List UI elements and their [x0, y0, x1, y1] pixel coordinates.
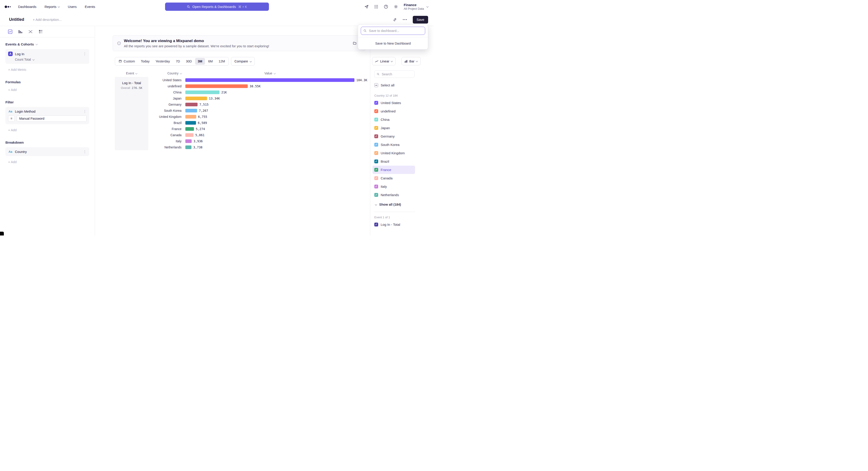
event-filter-item[interactable]: Log In - Total [373, 220, 415, 229]
apps-grid-icon[interactable] [374, 5, 378, 8]
kebab-menu-icon[interactable]: ⋮ [83, 110, 87, 113]
country-checkbox[interactable] [374, 118, 378, 121]
save-to-new-dashboard-option[interactable]: Save to New Dashboard [358, 37, 428, 49]
chevron-down-icon [250, 60, 252, 62]
flows-tab-icon[interactable] [28, 29, 33, 34]
value-column-header[interactable]: Value [185, 71, 354, 75]
date-range-button[interactable]: 30D [183, 58, 195, 65]
value-bar[interactable] [185, 78, 354, 82]
nav-item[interactable]: Users [68, 5, 76, 8]
value-bar[interactable] [185, 103, 197, 106]
events-cohorts-section-title[interactable]: Events & Cohorts [5, 42, 89, 46]
select-all-row[interactable]: Select all [373, 81, 415, 89]
legend-filter-panel: Select all Country 12 of 184 United Stat… [374, 70, 418, 229]
add-breakdown-button[interactable]: + Add [8, 160, 17, 164]
dashboard-search-box[interactable] [361, 27, 425, 35]
mixpanel-logo[interactable] [4, 5, 11, 9]
value-bar[interactable] [185, 121, 196, 125]
country-filter-item[interactable]: Germany [373, 132, 415, 141]
legend-search-input[interactable] [381, 72, 412, 76]
breakdown-property-name[interactable]: Country [15, 150, 27, 154]
country-filter-item[interactable]: South Korea [373, 141, 415, 149]
filter-card[interactable]: Aa Login Method ⋮ = [5, 107, 89, 124]
insights-tab-icon[interactable] [8, 29, 12, 34]
value-bar[interactable] [185, 84, 248, 88]
date-range-button[interactable]: Custom [116, 58, 138, 65]
nav-item[interactable]: Dashboards [18, 5, 36, 8]
country-checkbox[interactable] [374, 101, 378, 105]
line-mode-selector[interactable]: Linear [372, 57, 396, 65]
copy-link-icon[interactable] [393, 18, 397, 22]
country-filter-item[interactable]: undefined [373, 107, 415, 115]
country-filter-item[interactable]: Japan [373, 124, 415, 132]
compare-button[interactable]: Compare [231, 57, 255, 66]
date-range-button[interactable]: Today [138, 58, 152, 65]
report-title[interactable]: Untitled [9, 17, 24, 22]
value-bar[interactable] [185, 133, 193, 137]
dashboard-search-input[interactable] [368, 29, 423, 33]
chart-type-selector[interactable]: Bar [401, 57, 421, 65]
country-checkbox[interactable] [374, 109, 378, 113]
country-filter-item[interactable]: United States [373, 99, 415, 107]
date-range-button[interactable]: Yesterday [153, 58, 173, 65]
metric-card[interactable]: A Log In ⋮ Count Total [5, 49, 89, 64]
date-range-button[interactable]: 3M [195, 58, 205, 65]
operator-selector[interactable]: = [8, 115, 15, 122]
country-filter-item[interactable]: Brazil [373, 157, 415, 166]
event-column-header[interactable]: Event [115, 71, 148, 75]
country-filter-item[interactable]: France [373, 166, 415, 174]
country-checkbox[interactable] [374, 185, 378, 188]
add-metric-button[interactable]: + Add Metric [8, 68, 26, 71]
date-range-button[interactable]: 6M [206, 58, 215, 65]
country-checkbox[interactable] [374, 143, 378, 147]
select-all-checkbox[interactable] [374, 83, 378, 87]
show-all-toggle[interactable]: Show all (184) [374, 200, 418, 209]
country-checkbox[interactable] [374, 126, 378, 130]
value-bar[interactable] [185, 145, 191, 149]
more-options-icon[interactable] [403, 19, 407, 20]
aggregation-selector[interactable]: Count Total [15, 58, 87, 61]
settings-gear-icon[interactable] [394, 4, 398, 9]
country-filter-item[interactable]: United Kingdom [373, 149, 415, 157]
country-filter-item[interactable]: Italy [373, 182, 415, 191]
save-button[interactable]: Save [413, 16, 428, 24]
country-checkbox[interactable] [374, 151, 378, 155]
value-bar[interactable] [185, 139, 192, 143]
country-checkbox[interactable] [374, 168, 378, 172]
value-bar[interactable] [185, 127, 194, 131]
breakdown-card[interactable]: Aa Country ⋮ [5, 147, 89, 156]
country-checkbox[interactable] [374, 135, 378, 138]
country-filter-item[interactable]: China [373, 115, 415, 124]
country-column-header[interactable]: Country [148, 71, 185, 75]
retention-tab-icon[interactable] [38, 29, 43, 34]
event-summary-cell[interactable]: Log In - Total Overall 276.5K [115, 77, 148, 150]
country-checkbox[interactable] [374, 159, 378, 163]
value-bar[interactable] [185, 90, 219, 94]
country-filter-item[interactable]: Canada [373, 174, 415, 182]
country-filter-item[interactable]: Netherlands [373, 191, 415, 199]
help-icon[interactable] [384, 4, 388, 9]
date-range-button[interactable]: 12M [216, 58, 228, 65]
legend-search-box[interactable] [374, 70, 414, 78]
global-search-bar[interactable]: Open Reports & Dashboards ⌘ + K [165, 2, 269, 11]
value-bar[interactable] [185, 115, 196, 119]
send-invite-icon[interactable] [364, 4, 369, 9]
event-name[interactable]: Log In [15, 52, 24, 56]
kebab-menu-icon[interactable]: ⋮ [83, 150, 87, 154]
value-bar[interactable] [185, 109, 197, 112]
value-bar[interactable] [185, 97, 207, 100]
filter-property-name[interactable]: Login Method [15, 110, 35, 113]
add-description-field[interactable]: + Add description... [33, 18, 62, 22]
filter-value-input[interactable] [17, 115, 87, 122]
kebab-menu-icon[interactable]: ⋮ [83, 52, 87, 56]
add-filter-button[interactable]: + Add [8, 128, 17, 132]
nav-item[interactable]: Reports [44, 5, 60, 8]
nav-item[interactable]: Events [85, 5, 95, 8]
event-filter-checkbox[interactable] [374, 223, 378, 227]
add-formula-button[interactable]: + Add [8, 88, 17, 92]
project-switcher[interactable]: Finance All Project Data [404, 3, 428, 10]
country-checkbox[interactable] [374, 176, 378, 180]
date-range-button[interactable]: 7D [173, 58, 183, 65]
funnels-tab-icon[interactable] [18, 29, 23, 34]
country-checkbox[interactable] [374, 193, 378, 197]
